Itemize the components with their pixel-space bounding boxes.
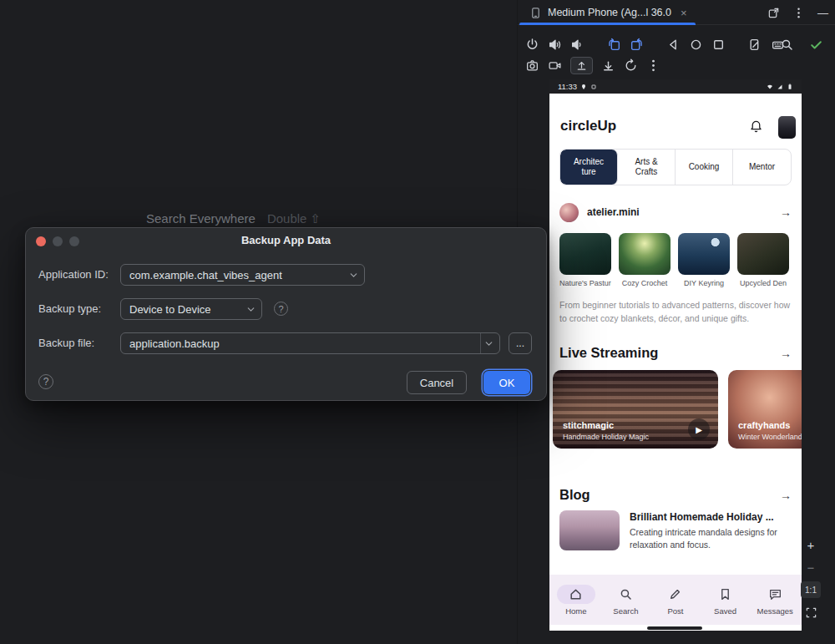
volume-up-icon[interactable] [548,38,562,52]
search-icon [619,587,633,601]
backup-upload-button[interactable] [570,57,593,74]
tab-mentor[interactable]: Mentor [733,150,791,185]
battery-icon [787,84,793,90]
app-title: circleUp [560,118,616,134]
more-options-kebab-icon[interactable] [646,58,660,73]
fit-to-window-icon [805,606,817,619]
gallery-card[interactable]: Nature's Pasture [559,233,611,287]
nav-item-messages[interactable]: Messages [752,585,798,616]
search-everywhere-hint: Search EverywhereDouble ⇧ [146,211,321,226]
stream-username: stitchmagic [563,420,614,430]
dialog-help-icon[interactable]: ? [38,374,53,389]
location-pin-icon [580,84,587,90]
search-everywhere-label: Search Everywhere [146,211,256,226]
live-streaming-header: Live Streaming → [559,345,792,361]
zoom-out-button[interactable]: − [802,559,820,576]
app-window: Search EverywhereDouble ⇧ Medium Phone (… [0,0,835,644]
stream-card[interactable]: craftyhands Winter Wonderland [728,370,802,449]
blog-post-excerpt: Creating intricate mandala designs for r… [630,526,793,551]
bookmark-icon [718,587,732,601]
creator-name: atelier.mini [587,206,640,218]
panel-kebab-icon[interactable] [792,7,805,19]
fit-to-window-button[interactable] [802,604,820,621]
power-icon[interactable] [525,38,539,52]
streams-row: stitchmagic Handmade Holiday Magic ▶ cra… [553,370,802,450]
application-id-label: Application ID: [38,264,119,286]
creator-row[interactable]: atelier.mini → [559,200,792,224]
creator-arrow-icon[interactable]: → [780,205,792,219]
backup-type-help-icon[interactable]: ? [274,302,288,316]
category-tabs: Architec ture Arts & Crafts Cooking Ment… [559,149,792,185]
home-icon [569,587,583,601]
gallery-image [678,233,730,275]
device-tab[interactable]: Medium Phone (Ag...l 36.0 × [519,0,696,25]
tab-architecture[interactable]: Architec ture [560,150,618,185]
backup-app-data-dialog: Backup App Data Application ID: com.exam… [25,227,547,401]
stream-caption: Handmade Holiday Magic [563,433,649,441]
emulator-screen[interactable]: 11:33 circleUp Architec ture Arts & Craf… [549,79,802,631]
screenshot-camera-icon[interactable] [525,58,539,73]
play-button[interactable]: ▶ [688,418,710,440]
volume-down-icon[interactable] [570,38,584,52]
live-streaming-arrow-icon[interactable]: → [780,347,792,360]
live-streaming-title: Live Streaming [559,345,658,361]
gallery-card[interactable]: Upcycled Den [737,233,789,287]
device-toolbar-right [780,34,823,54]
signal-icon [777,84,783,90]
tab-cooking[interactable]: Cooking [676,150,733,185]
backup-type-dropdown[interactable]: Device to Device [120,298,262,320]
nav-item-post[interactable]: Post [652,585,699,616]
tab-arts-crafts[interactable]: Arts & Crafts [618,150,676,185]
gallery-image [737,233,789,275]
creator-avatar [559,203,579,222]
chevron-down-icon [483,338,494,349]
device-toolbar-row2 [525,55,660,75]
browse-button[interactable]: ... [509,332,532,354]
notification-square-icon [590,84,597,90]
rotate-left-icon[interactable] [607,38,621,52]
stream-card[interactable]: stitchmagic Handmade Holiday Magic ▶ [553,370,718,449]
gesture-handle[interactable] [647,626,702,630]
rotate-right-icon[interactable] [630,38,644,52]
device-toolbar-row1 [525,34,785,54]
blog-title: Blog [559,487,590,503]
gallery-card[interactable]: Cozy Crochet [619,233,671,287]
application-id-dropdown[interactable]: com.example.chat_vibes_agent [120,264,365,286]
overview-button-icon[interactable] [711,38,726,52]
stream-caption: Winter Wonderland [738,433,802,441]
chevron-down-icon [348,270,359,281]
upload-icon [575,59,588,72]
blog-arrow-icon[interactable]: → [780,489,792,502]
gallery-card[interactable]: DIY Keyring [678,233,730,287]
screen-record-icon[interactable] [548,58,562,73]
zoom-in-button[interactable]: + [802,536,820,553]
ok-button[interactable]: OK [483,371,530,394]
blog-post[interactable]: Brilliant Homemade Holiday ... Creating … [559,510,793,551]
backup-file-combobox[interactable]: application.backup [120,332,500,354]
close-tab-button[interactable]: × [681,7,687,19]
nav-item-saved[interactable]: Saved [702,585,749,616]
nav-item-home[interactable]: Home [553,585,600,616]
backup-file-label: Backup file: [38,332,119,354]
dialog-title: Backup App Data [26,234,546,246]
status-bar: 11:33 [549,79,802,94]
profile-avatar[interactable] [778,116,796,139]
combo-divider [480,333,481,353]
device-tab-title: Medium Phone (Ag...l 36.0 [548,7,671,18]
hide-panel-button[interactable]: — [817,7,828,19]
device-pen-icon[interactable] [748,38,762,52]
zoom-actual-size-button[interactable]: 1:1 [801,581,821,598]
reset-icon[interactable] [624,58,638,73]
home-button-icon[interactable] [689,38,703,52]
notifications-bell-icon[interactable] [749,119,763,134]
bottom-nav: Home Search Post Saved Messages [549,575,802,625]
open-in-window-icon[interactable] [767,7,780,19]
search-icon[interactable] [780,38,794,52]
nav-item-search[interactable]: Search [602,585,649,616]
cancel-button[interactable]: Cancel [407,371,467,394]
back-button-icon[interactable] [666,38,681,52]
download-restore-icon[interactable] [601,58,615,73]
backup-type-label: Backup type: [38,298,119,320]
blog-post-title: Brilliant Homemade Holiday ... [630,510,793,524]
device-phone-icon [529,7,542,19]
